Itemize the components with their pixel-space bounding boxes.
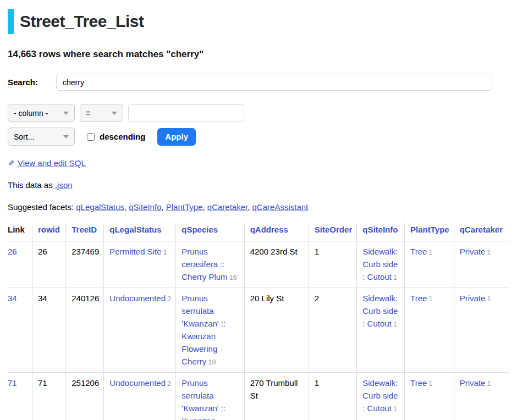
suggested-facets-line: Suggested facets: qLegalStatus, qSiteInf… [8, 202, 509, 212]
facet-count: 1 [487, 379, 491, 388]
row-link[interactable]: 26 [8, 247, 17, 256]
legal-status-link[interactable]: Permitted Site [109, 247, 161, 256]
facet-count: 1 [393, 405, 397, 413]
facet-count: 1 [487, 295, 491, 303]
facet-separator: , [161, 202, 163, 212]
cell-rowid: 34 [32, 288, 65, 373]
site-info-link[interactable]: Sidewalk: Curb side : Cutout [362, 247, 398, 281]
facet-count: 1 [428, 248, 432, 256]
cell-planttype: Tree1 [405, 241, 454, 288]
facet-count: 1 [428, 295, 432, 303]
cell-qcaretaker: Private1 [454, 241, 509, 288]
filter-column-select[interactable]: - column - [8, 104, 75, 122]
pencil-icon: ✎ [8, 159, 14, 168]
cell-qlegalstatus: Permitted Site1 [104, 241, 176, 288]
results-table: Link rowid TreeID qLegalStatus qSpecies … [8, 223, 509, 420]
filter-column-select-wrap: - column - [8, 104, 75, 122]
page-title: Street_Tree_List [20, 9, 509, 34]
row-link[interactable]: 71 [8, 378, 17, 388]
species-link[interactable]: Prunus serrulata 'Kwanzan' :: Kwanzan Fl… [182, 294, 226, 366]
facets-prefix: Suggested facets: [8, 202, 74, 212]
facet-count: 2 [167, 379, 171, 388]
facet-link-qlegalstatus[interactable]: qLegalStatus [76, 202, 124, 212]
facet-link-qsiteinfo[interactable]: qSiteInfo [129, 202, 161, 212]
facet-link-qcareassistant[interactable]: qCareAssistant [252, 202, 309, 212]
cell-qlegalstatus: Undocumented2 [104, 288, 176, 373]
search-form: Search: [8, 74, 509, 91]
page-header: Street_Tree_List [8, 9, 509, 34]
apply-button[interactable]: Apply [157, 128, 196, 146]
cell-rowid: 71 [32, 373, 65, 420]
facet-count: 1 [393, 320, 397, 328]
facet-count: 1 [428, 379, 432, 388]
table-row: 34 34 240126 Undocumented2 Prunus serrul… [8, 288, 509, 373]
cell-qsiteinfo: Sidewalk: Curb side : Cutout1 [357, 373, 405, 420]
data-export-line: This data as .json [8, 180, 509, 190]
cell-rowid: 26 [32, 241, 65, 288]
cell-planttype: Tree1 [405, 288, 454, 373]
plant-type-link[interactable]: Tree [410, 294, 427, 303]
facet-separator: , [248, 202, 250, 212]
facet-count: 1 [393, 273, 397, 281]
filter-operator-select-wrap: = [80, 104, 123, 122]
cell-qaddress: 270 Trumbull St [244, 373, 309, 420]
facet-count: 1 [163, 248, 167, 256]
col-header-qcaretaker[interactable]: qCaretaker [454, 223, 509, 241]
search-input[interactable] [56, 74, 492, 91]
cell-link: 71 [8, 373, 32, 420]
facet-separator: , [124, 202, 127, 212]
col-header-qspecies[interactable]: qSpecies [176, 223, 244, 241]
facet-count: 16 [229, 273, 237, 281]
col-header-treeid[interactable]: TreeID [66, 223, 104, 241]
filter-value-input[interactable] [128, 104, 244, 121]
json-link[interactable]: .json [55, 180, 73, 190]
col-header-qlegalstatus[interactable]: qLegalStatus [104, 223, 176, 241]
caretaker-link[interactable]: Private [460, 294, 486, 303]
col-header-siteorder[interactable]: SiteOrder [309, 223, 356, 241]
filter-row: - column - = [8, 104, 509, 122]
cell-qspecies: Prunus cerasifera :: Cherry Plum16 [176, 241, 244, 288]
cell-link: 34 [8, 288, 32, 373]
cell-qspecies: Prunus serrulata 'Kwanzan' :: Kwanzan Fl… [176, 288, 244, 373]
descending-checkbox[interactable] [87, 133, 95, 141]
caretaker-link[interactable]: Private [460, 247, 486, 256]
view-edit-sql-link[interactable]: View and edit SQL [18, 158, 86, 168]
cell-treeid: 240126 [66, 288, 104, 373]
cell-treeid: 237469 [66, 241, 104, 288]
cell-link: 26 [8, 241, 32, 288]
col-header-planttype[interactable]: PlantType [405, 223, 454, 241]
col-header-rowid[interactable]: rowid [32, 223, 65, 241]
sort-select-wrap: Sort... [8, 128, 75, 146]
cell-qspecies: Prunus serrulata 'Kwanzan' :: Kwanzan Fl… [176, 373, 244, 420]
site-info-link[interactable]: Sidewalk: Curb side : Cutout [362, 294, 398, 328]
plant-type-link[interactable]: Tree [410, 378, 427, 388]
data-as-prefix: This data as [8, 180, 53, 190]
search-label: Search: [8, 78, 56, 87]
col-header-qaddress[interactable]: qAddress [244, 223, 309, 241]
facet-link-qcaretaker[interactable]: qCaretaker [207, 202, 248, 212]
cell-qsiteinfo: Sidewalk: Curb side : Cutout1 [357, 241, 405, 288]
row-count-summary: 14,663 rows where search matches "cherry… [8, 49, 509, 60]
sql-line: ✎ View and edit SQL [8, 158, 509, 168]
plant-type-link[interactable]: Tree [410, 247, 427, 256]
table-row: 26 26 237469 Permitted Site1 Prunus cera… [8, 241, 509, 288]
row-link[interactable]: 34 [8, 294, 17, 303]
page: Street_Tree_List 14,663 rows where searc… [0, 9, 517, 420]
cell-treeid: 251206 [66, 373, 104, 420]
caretaker-link[interactable]: Private [460, 378, 486, 388]
cell-siteorder: 2 [309, 288, 356, 373]
cell-qcaretaker: Private1 [454, 373, 509, 420]
filter-operator-select[interactable]: = [80, 104, 123, 122]
cell-planttype: Tree1 [405, 373, 454, 420]
site-info-link[interactable]: Sidewalk: Curb side : Cutout [362, 378, 398, 413]
species-link[interactable]: Prunus serrulata 'Kwanzan' :: Kwanzan Fl… [182, 378, 226, 420]
cell-siteorder: 1 [309, 373, 356, 420]
legal-status-link[interactable]: Undocumented [109, 378, 166, 388]
facet-count: 1 [487, 248, 491, 256]
facet-link-planttype[interactable]: PlantType [166, 202, 203, 212]
sort-select[interactable]: Sort... [8, 128, 75, 146]
cell-qaddress: 20 Lily St [244, 288, 309, 373]
col-header-qsiteinfo[interactable]: qSiteInfo [357, 223, 405, 241]
legal-status-link[interactable]: Undocumented [109, 294, 166, 303]
species-link[interactable]: Prunus cerasifera :: Cherry Plum [182, 247, 227, 281]
